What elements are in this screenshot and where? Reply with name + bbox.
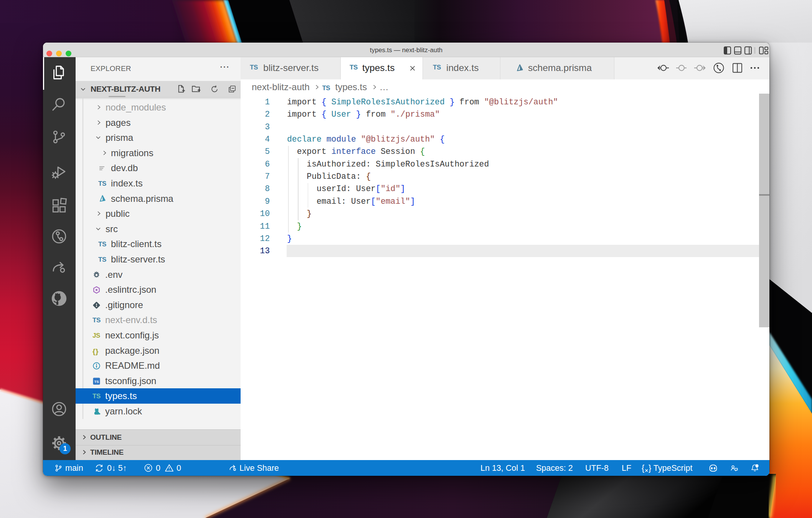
svg-text:TS: TS	[94, 379, 99, 383]
